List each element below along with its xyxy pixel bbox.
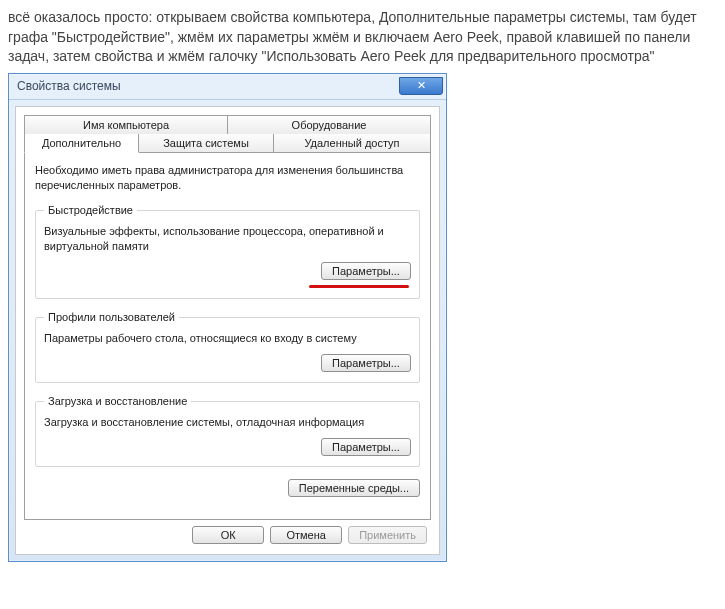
tab-row-upper: Имя компьютера Оборудование (24, 115, 431, 134)
tab-panel-advanced: Необходимо иметь права администратора дл… (24, 153, 431, 520)
group-user-profiles-desc: Параметры рабочего стола, относящиеся ко… (44, 331, 411, 346)
highlight-underline (309, 285, 409, 288)
startup-recovery-settings-button[interactable]: Параметры... (321, 438, 411, 456)
tabs-container: Имя компьютера Оборудование Дополнительн… (24, 115, 431, 520)
environment-variables-button[interactable]: Переменные среды... (288, 479, 420, 497)
performance-settings-button[interactable]: Параметры... (321, 262, 411, 280)
group-startup-recovery: Загрузка и восстановление Загрузка и вос… (35, 395, 420, 467)
tab-hardware[interactable]: Оборудование (228, 115, 431, 134)
tab-computer-name[interactable]: Имя компьютера (24, 115, 228, 134)
tab-remote[interactable]: Удаленный доступ (274, 134, 431, 153)
user-profiles-settings-button[interactable]: Параметры... (321, 354, 411, 372)
article-intro-text: всё оказалось просто: открываем свойства… (8, 8, 717, 67)
group-performance-desc: Визуальные эффекты, использование процес… (44, 224, 411, 254)
close-button[interactable]: ✕ (399, 77, 443, 95)
system-properties-window: Свойства системы ✕ Имя компьютера Оборуд… (8, 73, 447, 562)
tab-system-protection[interactable]: Защита системы (139, 134, 274, 153)
group-startup-recovery-desc: Загрузка и восстановление системы, отлад… (44, 415, 411, 430)
group-performance-legend: Быстродействие (44, 204, 137, 216)
window-client-area: Имя компьютера Оборудование Дополнительн… (15, 106, 440, 555)
panel-intro-text: Необходимо иметь права администратора дл… (35, 163, 420, 193)
ok-button[interactable]: ОК (192, 526, 264, 544)
group-startup-recovery-legend: Загрузка и восстановление (44, 395, 191, 407)
group-performance: Быстродействие Визуальные эффекты, испол… (35, 204, 420, 299)
apply-button[interactable]: Применить (348, 526, 427, 544)
window-title: Свойства системы (17, 79, 121, 93)
dialog-button-row: ОК Отмена Применить (24, 520, 431, 546)
tab-row-lower: Дополнительно Защита системы Удаленный д… (24, 134, 431, 153)
group-user-profiles: Профили пользователей Параметры рабочего… (35, 311, 420, 383)
group-user-profiles-legend: Профили пользователей (44, 311, 179, 323)
tab-advanced[interactable]: Дополнительно (24, 134, 139, 153)
cancel-button[interactable]: Отмена (270, 526, 342, 544)
window-titlebar: Свойства системы ✕ (9, 74, 446, 100)
